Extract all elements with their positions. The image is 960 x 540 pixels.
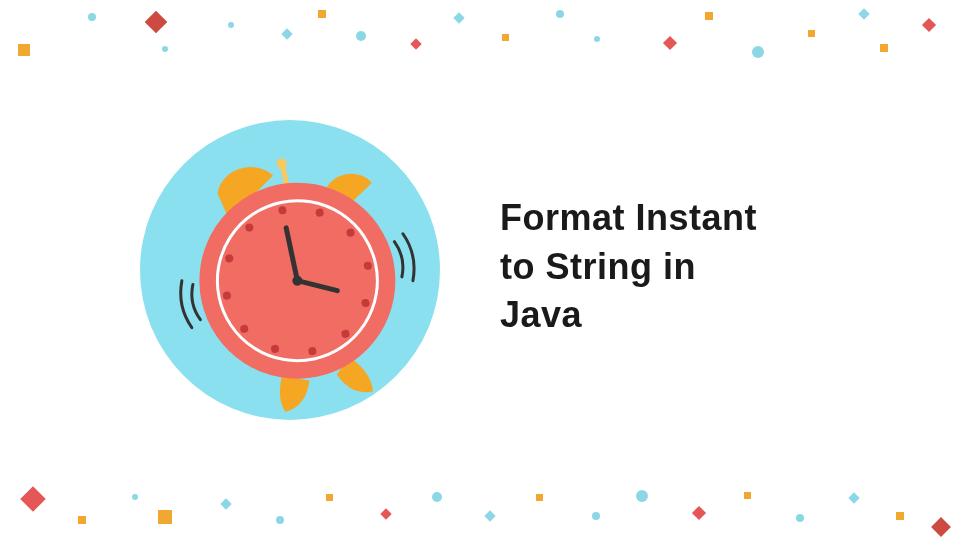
confetti-circle bbox=[796, 514, 804, 522]
confetti-square bbox=[705, 12, 713, 20]
alarm-clock-svg bbox=[130, 110, 450, 430]
confetti-diamond bbox=[453, 12, 464, 23]
confetti-square bbox=[326, 494, 333, 501]
confetti-diamond bbox=[145, 11, 168, 34]
confetti-square bbox=[536, 494, 543, 501]
confetti-circle bbox=[594, 36, 600, 42]
confetti-diamond bbox=[484, 510, 495, 521]
confetti-diamond bbox=[663, 36, 677, 50]
confetti-square bbox=[744, 492, 751, 499]
confetti-circle bbox=[636, 490, 648, 502]
title-line-1: Format Instant bbox=[500, 194, 757, 243]
confetti-diamond bbox=[692, 506, 706, 520]
confetti-diamond bbox=[922, 18, 936, 32]
confetti-circle bbox=[88, 13, 96, 21]
confetti-diamond bbox=[931, 517, 951, 537]
confetti-diamond bbox=[410, 38, 421, 49]
confetti-diamond bbox=[281, 28, 292, 39]
confetti-circle bbox=[132, 494, 138, 500]
confetti-diamond bbox=[848, 492, 859, 503]
title-heading: Format Instant to String in Java bbox=[500, 194, 757, 340]
alarm-clock-illustration bbox=[130, 110, 450, 430]
confetti-circle bbox=[276, 516, 284, 524]
confetti-square bbox=[880, 44, 888, 52]
confetti-diamond bbox=[20, 486, 45, 511]
confetti-diamond bbox=[858, 8, 869, 19]
confetti-square bbox=[896, 512, 904, 520]
confetti-circle bbox=[752, 46, 764, 58]
confetti-square bbox=[318, 10, 326, 18]
confetti-circle bbox=[228, 22, 234, 28]
confetti-circle bbox=[556, 10, 564, 18]
confetti-square bbox=[78, 516, 86, 524]
confetti-circle bbox=[592, 512, 600, 520]
title-line-3: Java bbox=[500, 291, 757, 340]
confetti-circle bbox=[432, 492, 442, 502]
graphic-canvas: Format Instant to String in Java bbox=[0, 0, 960, 540]
confetti-diamond bbox=[380, 508, 391, 519]
confetti-square bbox=[502, 34, 509, 41]
confetti-square bbox=[18, 44, 30, 56]
confetti-square bbox=[808, 30, 815, 37]
confetti-circle bbox=[356, 31, 366, 41]
confetti-circle bbox=[162, 46, 168, 52]
confetti-diamond bbox=[220, 498, 231, 509]
confetti-square bbox=[158, 510, 172, 524]
title-line-2: to String in bbox=[500, 243, 757, 292]
